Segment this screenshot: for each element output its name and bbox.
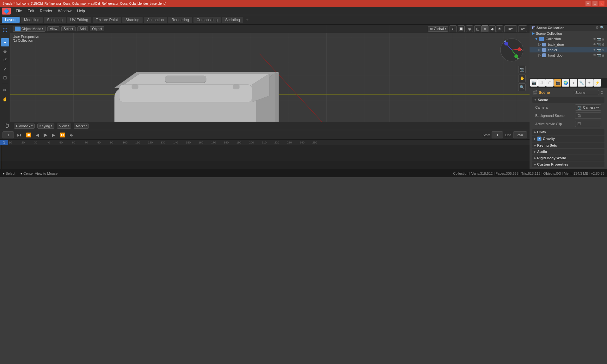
jump-to-end-btn[interactable]: ⏭ bbox=[68, 132, 75, 138]
marker-menu-btn[interactable]: Marker bbox=[74, 124, 89, 129]
tab-scripting[interactable]: Scripting bbox=[222, 17, 243, 23]
gravity-checkbox[interactable]: ✓ bbox=[537, 136, 542, 141]
outliner-cooler[interactable]: ▷ cooler 👁 📷 🖨 bbox=[530, 47, 607, 52]
physics-props-btn[interactable]: ⚡ bbox=[593, 79, 601, 87]
minimize-button[interactable]: − bbox=[586, 1, 591, 6]
tab-layout[interactable]: Layout bbox=[2, 17, 20, 23]
object-props-btn[interactable]: ● bbox=[570, 79, 577, 87]
outliner-scene-collection[interactable]: ▶ Scene Collection bbox=[530, 31, 607, 36]
add-menu-btn[interactable]: Add bbox=[77, 26, 88, 31]
render-icon[interactable]: 🖨 bbox=[601, 37, 604, 41]
view-layer-props-btn[interactable]: ⬡ bbox=[546, 79, 554, 87]
modifier-props-btn[interactable]: 🔧 bbox=[578, 79, 585, 87]
outliner-back-door[interactable]: ▷ back_door 👁 📷 🖨 bbox=[530, 42, 607, 47]
tab-rendering[interactable]: Rendering bbox=[168, 17, 192, 23]
tab-modeling[interactable]: Modeling bbox=[21, 17, 43, 23]
wireframe-shading-btn[interactable]: ◫ bbox=[474, 25, 481, 32]
back-door-eye-icon[interactable]: 👁 bbox=[593, 43, 596, 46]
render-props-btn[interactable]: 📷 bbox=[530, 79, 538, 87]
menu-edit[interactable]: Edit bbox=[25, 8, 37, 14]
units-header[interactable]: ▶ Units bbox=[532, 129, 604, 135]
prev-frame-btn[interactable]: ◀ bbox=[34, 132, 40, 138]
material-shading-btn[interactable]: ◕ bbox=[489, 25, 496, 32]
select-menu-btn[interactable]: Select bbox=[61, 26, 76, 31]
outliner-search-btn[interactable]: 🔍 bbox=[600, 26, 604, 30]
particles-props-btn[interactable]: ✦ bbox=[586, 79, 593, 87]
tab-sculpting[interactable]: Sculpting bbox=[44, 17, 66, 23]
camera-value[interactable]: 📷 Camera ✏ bbox=[575, 104, 601, 111]
3d-viewport[interactable]: Object Mode ▾ View Select Add Object ⊕ G… bbox=[10, 25, 530, 122]
outliner-filter-btn[interactable]: ⚙ bbox=[596, 26, 599, 30]
measure-tool-btn[interactable]: ☝ bbox=[1, 95, 9, 103]
back-door-render-icon[interactable]: 🖨 bbox=[601, 43, 604, 46]
menu-file[interactable]: File bbox=[13, 8, 24, 14]
cooler-eye-icon[interactable]: 👁 bbox=[593, 48, 596, 52]
timeline-icon[interactable]: ⏱ bbox=[3, 123, 11, 129]
play-btn[interactable]: ▶ bbox=[42, 131, 49, 138]
proportional-edit-btn[interactable]: ◎ bbox=[466, 25, 473, 32]
xray-btn[interactable]: ⊠▾ bbox=[518, 25, 527, 32]
custom-props-header[interactable]: ▶ Custom Properties bbox=[532, 161, 604, 167]
annotate-tool-btn[interactable]: ✏ bbox=[1, 86, 9, 94]
transform-tool-btn[interactable]: ⊞ bbox=[1, 74, 9, 82]
maximize-button[interactable]: □ bbox=[592, 1, 598, 6]
rigid-body-world-header[interactable]: ▶ Rigid Body World bbox=[532, 155, 604, 161]
overlays-btn[interactable]: ▦▾ bbox=[504, 25, 517, 32]
object-menu-btn[interactable]: Object bbox=[90, 26, 104, 31]
next-frame-btn[interactable]: ▶ bbox=[51, 132, 57, 138]
menu-help[interactable]: Help bbox=[75, 8, 88, 14]
back-door-cam-icon[interactable]: 📷 bbox=[597, 43, 601, 46]
view-menu-timeline-btn[interactable]: View ▾ bbox=[57, 124, 71, 129]
world-props-btn[interactable]: 🌍 bbox=[562, 79, 569, 87]
tab-shading[interactable]: Shading bbox=[122, 17, 143, 23]
prev-keyframe-btn[interactable]: ⏪ bbox=[25, 132, 33, 138]
menu-render[interactable]: Render bbox=[37, 8, 55, 14]
object-mode-dropdown[interactable]: Object Mode ▾ bbox=[13, 26, 46, 32]
audio-header[interactable]: ▶ Audio bbox=[532, 149, 604, 155]
playback-menu-btn[interactable]: Playback ▾ bbox=[14, 124, 35, 129]
view-menu-btn[interactable]: View bbox=[47, 26, 59, 31]
bg-scene-value[interactable]: 🎬 bbox=[575, 112, 601, 119]
timeline-ruler[interactable]: 1 10 20 30 40 50 60 70 80 90 100 110 bbox=[0, 140, 530, 169]
navigation-gizmo[interactable]: Z X Y bbox=[499, 37, 524, 64]
camera-view-btn[interactable]: 📷 bbox=[518, 66, 526, 73]
next-keyframe-btn[interactable]: ⏩ bbox=[58, 132, 66, 138]
tab-animation[interactable]: Animation bbox=[144, 17, 167, 23]
snap-btn[interactable]: 🔲 bbox=[458, 25, 465, 32]
tab-compositing[interactable]: Compositing bbox=[193, 17, 221, 23]
tab-texture-paint[interactable]: Texture Paint bbox=[93, 17, 121, 23]
scene-subsection-header[interactable]: ▼ Scene bbox=[532, 97, 604, 103]
cooler-render-icon[interactable]: 🖨 bbox=[601, 48, 604, 52]
viewport-icon[interactable]: 📷 bbox=[597, 37, 601, 41]
keying-menu-btn[interactable]: Keying ▾ bbox=[37, 124, 55, 129]
front-door-cam-icon[interactable]: 📷 bbox=[597, 53, 601, 57]
outliner-collection[interactable]: ▼ Collection 👁 📷 🖨 bbox=[530, 36, 607, 42]
move-view-btn[interactable]: ✋ bbox=[518, 75, 526, 82]
scene-settings-btn[interactable]: ⚙ bbox=[600, 90, 604, 95]
current-frame-display[interactable]: 1 bbox=[3, 131, 14, 138]
scale-tool-btn[interactable]: ⤢ bbox=[1, 65, 9, 73]
gravity-header[interactable]: ▶ ✓ Gravity bbox=[532, 136, 604, 142]
camera-edit-icon[interactable]: ✏ bbox=[596, 106, 599, 110]
pivot-btn[interactable]: ⊙ bbox=[450, 25, 457, 32]
cursor-tool-btn[interactable]: ✦ bbox=[1, 38, 9, 46]
mode-icon[interactable]: ⬡ bbox=[1, 26, 9, 34]
front-door-eye-icon[interactable]: 👁 bbox=[593, 53, 596, 57]
keying-sets-header[interactable]: ▶ Keying Sets bbox=[532, 143, 604, 148]
start-frame-input[interactable]: 1 bbox=[492, 131, 503, 138]
jump-to-start-btn[interactable]: ⏮ bbox=[16, 132, 23, 138]
tab-uv-editing[interactable]: UV Editing bbox=[67, 17, 91, 23]
window-controls[interactable]: − □ × bbox=[586, 1, 604, 6]
scene-props-btn[interactable]: 🎬 bbox=[554, 79, 561, 87]
blender-logo[interactable]: 🔷 bbox=[2, 8, 11, 15]
outliner-front-door[interactable]: ▷ front_door 👁 📷 🖨 bbox=[530, 52, 607, 58]
movie-clip-value[interactable]: 🎞 bbox=[575, 121, 601, 127]
timeline-track[interactable] bbox=[0, 145, 530, 161]
front-door-render-icon[interactable]: 🖨 bbox=[601, 53, 604, 57]
zoom-view-btn[interactable]: 🔍 bbox=[518, 83, 526, 91]
rotate-tool-btn[interactable]: ↺ bbox=[1, 56, 9, 64]
solid-shading-btn[interactable]: ● bbox=[481, 25, 488, 32]
end-frame-input[interactable]: 250 bbox=[513, 131, 527, 138]
rendered-shading-btn[interactable]: ☀ bbox=[496, 25, 503, 32]
output-props-btn[interactable]: 🖨 bbox=[538, 79, 546, 87]
